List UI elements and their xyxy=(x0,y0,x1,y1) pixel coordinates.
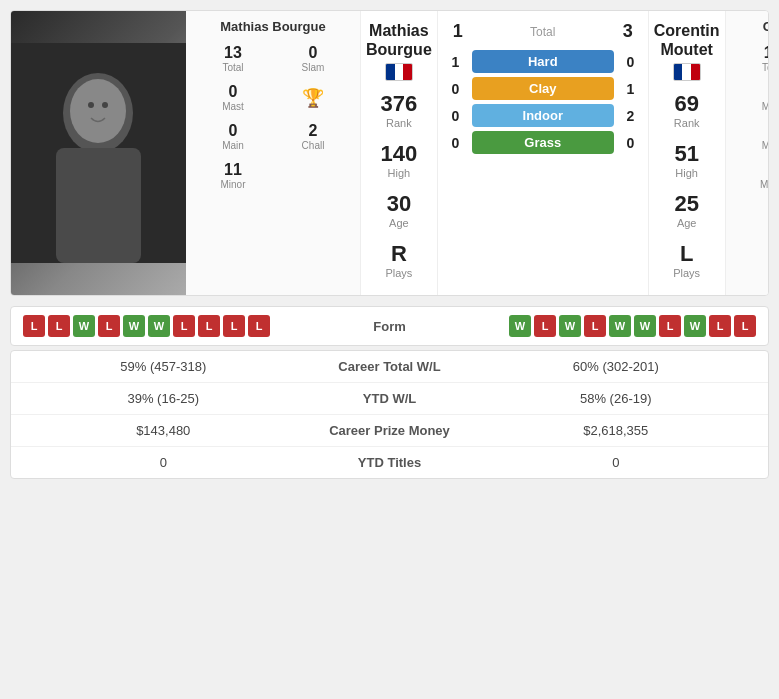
form-label: Form xyxy=(350,319,430,334)
form-badge-left: L xyxy=(198,315,220,337)
left-age: 30 Age xyxy=(387,191,411,229)
form-badge-left: L xyxy=(98,315,120,337)
left-trophy-icon: 🏆 xyxy=(274,79,352,116)
form-badge-left: L xyxy=(173,315,195,337)
left-total-score: 1 xyxy=(443,21,473,42)
right-minor-label: Minor xyxy=(760,179,769,190)
form-badge-right: W xyxy=(684,315,706,337)
right-player-info: Corentin Moutet 12 Total 0 Slam 0 Mast 🏆… xyxy=(725,11,769,295)
left-slam-value: 0 xyxy=(309,44,318,62)
stats-right: 58% (26-19) xyxy=(480,391,753,406)
right-mast-stat: 0 Mast xyxy=(734,79,769,116)
stats-left: $143,480 xyxy=(27,423,300,438)
left-chall-label: Chall xyxy=(302,140,325,151)
right-form-badges: WLWLWWLWLL xyxy=(509,315,756,337)
stats-row: 59% (457-318) Career Total W/L 60% (302-… xyxy=(11,351,768,383)
left-minor-stat: 11 Minor xyxy=(194,157,272,194)
left-main-value: 0 xyxy=(229,122,238,140)
left-player-photo xyxy=(11,11,186,295)
right-minor-value: 5 xyxy=(768,161,769,179)
right-total-value: 12 xyxy=(764,44,769,62)
left-form-badges: LLWLWWLLLL xyxy=(23,315,270,337)
grass-badge: Grass xyxy=(472,131,614,154)
form-badge-left: W xyxy=(123,315,145,337)
left-high: 140 High xyxy=(381,141,418,179)
form-badge-left: L xyxy=(48,315,70,337)
left-player-name: Mathias Bourgue xyxy=(216,11,329,38)
player-comparison: Mathias Bourgue 13 Total 0 Slam 0 Mast 🏆… xyxy=(10,10,769,296)
stats-center: YTD Titles xyxy=(300,455,480,470)
left-plays: R Plays xyxy=(385,241,412,279)
form-badge-right: L xyxy=(709,315,731,337)
stats-center: Career Prize Money xyxy=(300,423,480,438)
left-main-label: Main xyxy=(222,140,244,151)
main-container: Mathias Bourgue 13 Total 0 Slam 0 Mast 🏆… xyxy=(0,10,779,479)
right-age: 25 Age xyxy=(674,191,698,229)
clay-badge: Clay xyxy=(472,77,614,100)
right-main-value: 0 xyxy=(768,122,769,140)
stats-right: $2,618,355 xyxy=(480,423,753,438)
right-player-name: Corentin Moutet xyxy=(759,11,769,38)
left-total-stat: 13 Total xyxy=(194,40,272,77)
stats-center: Career Total W/L xyxy=(300,359,480,374)
right-mast-value: 0 xyxy=(768,83,769,101)
right-high: 51 High xyxy=(674,141,698,179)
indoor-badge: Indoor xyxy=(472,104,614,127)
form-badge-left: W xyxy=(148,315,170,337)
right-mast-label: Mast xyxy=(762,101,769,112)
left-main-stat: 0 Main xyxy=(194,118,272,155)
stats-left: 39% (16-25) xyxy=(27,391,300,406)
left-flag xyxy=(385,63,413,81)
left-chall-value: 2 xyxy=(309,122,318,140)
total-label: Total xyxy=(473,25,613,39)
hard-badge: Hard xyxy=(472,50,614,73)
stats-right: 0 xyxy=(480,455,753,470)
form-badge-right: L xyxy=(534,315,556,337)
form-badge-right: L xyxy=(734,315,756,337)
form-badge-right: W xyxy=(559,315,581,337)
total-score-row: 1 Total 3 xyxy=(443,21,643,42)
stats-table: 59% (457-318) Career Total W/L 60% (302-… xyxy=(10,350,769,479)
right-name-center: Corentin Moutet xyxy=(654,21,720,59)
left-name-center: Mathias Bourgue xyxy=(366,21,432,59)
left-rank: 376 Rank xyxy=(381,91,418,129)
form-badge-right: L xyxy=(659,315,681,337)
surface-scores: 1 Hard 0 0 Clay 1 0 Indoor 2 0 Grass xyxy=(443,50,643,154)
grass-row: 0 Grass 0 xyxy=(443,131,643,154)
svg-point-3 xyxy=(70,79,126,143)
right-main-label: Main xyxy=(762,140,769,151)
right-main-stat: 0 Main xyxy=(734,118,769,155)
left-slam-stat: 0 Slam xyxy=(274,40,352,77)
form-badge-right: W xyxy=(634,315,656,337)
indoor-row: 0 Indoor 2 xyxy=(443,104,643,127)
stats-left: 0 xyxy=(27,455,300,470)
form-badge-right: W xyxy=(609,315,631,337)
form-section: LLWLWWLLLL Form WLWLWWLWLL xyxy=(10,306,769,346)
form-badge-left: L xyxy=(223,315,245,337)
stats-row: 0 YTD Titles 0 xyxy=(11,447,768,478)
stats-left: 59% (457-318) xyxy=(27,359,300,374)
form-badge-left: L xyxy=(248,315,270,337)
svg-point-4 xyxy=(88,102,94,108)
right-total-score: 3 xyxy=(613,21,643,42)
svg-rect-2 xyxy=(56,148,141,263)
left-minor-value: 11 xyxy=(224,161,242,179)
form-badge-right: W xyxy=(509,315,531,337)
stats-right: 60% (302-201) xyxy=(480,359,753,374)
left-player-info: Mathias Bourgue 13 Total 0 Slam 0 Mast 🏆… xyxy=(186,11,361,295)
left-chall-stat: 2 Chall xyxy=(274,118,352,155)
left-mast-stat: 0 Mast xyxy=(194,79,272,116)
svg-point-5 xyxy=(102,102,108,108)
stats-row: 39% (16-25) YTD W/L 58% (26-19) xyxy=(11,383,768,415)
left-total-value: 13 xyxy=(224,44,242,62)
left-total-label: Total xyxy=(222,62,243,73)
form-badge-left: W xyxy=(73,315,95,337)
left-minor-label: Minor xyxy=(220,179,245,190)
right-center-stats: Corentin Moutet 69 Rank 51 High 25 Ag xyxy=(648,11,725,295)
match-scores: 1 Total 3 1 Hard 0 0 Clay 1 0 Indoor xyxy=(438,11,648,295)
stats-row: $143,480 Career Prize Money $2,618,355 xyxy=(11,415,768,447)
left-mast-label: Mast xyxy=(222,101,244,112)
hard-row: 1 Hard 0 xyxy=(443,50,643,73)
left-center-stats: Mathias Bourgue 376 Rank 140 High 30 xyxy=(361,11,438,295)
left-mast-value: 0 xyxy=(229,83,238,101)
